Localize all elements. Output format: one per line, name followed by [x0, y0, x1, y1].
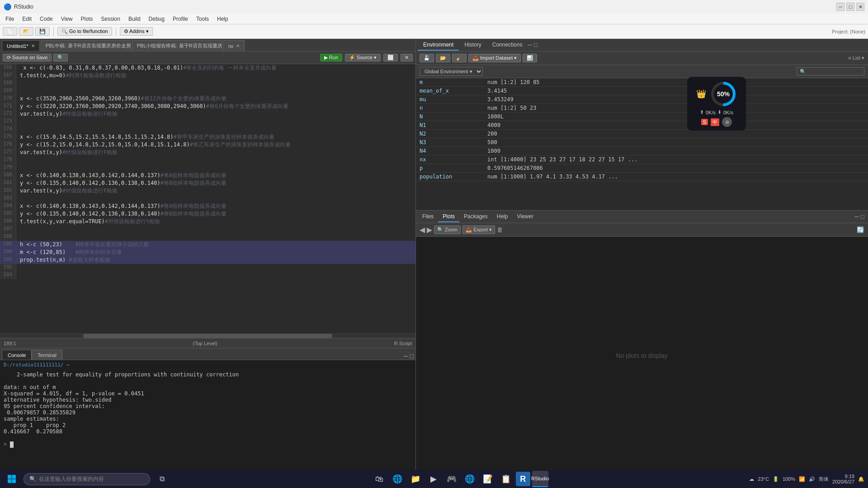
svg-rect-4: [8, 479, 12, 483]
global-env-selector[interactable]: Global Environment ▾: [420, 67, 483, 76]
taskbar-ie-icon[interactable]: 🌐: [462, 471, 478, 487]
taskbar-note-icon[interactable]: 📋: [498, 471, 514, 487]
editor-close-button[interactable]: ✕: [401, 54, 413, 61]
env-minimize-button[interactable]: ─: [528, 42, 532, 48]
editor-toolbar: ⟳ Source on Save 🔍 ▶ Run ⚡ Source ▾ ⬜ ✕: [0, 52, 415, 64]
menu-tools[interactable]: Tools: [193, 15, 212, 23]
menu-debug[interactable]: Debug: [145, 15, 168, 23]
start-button[interactable]: [4, 471, 20, 487]
menu-profile[interactable]: Profile: [169, 15, 192, 23]
tab-console[interactable]: Console: [2, 350, 32, 360]
editor-scrollbar[interactable]: [0, 333, 415, 338]
files-minimize-button[interactable]: ─: [854, 213, 859, 220]
tab-label: PBL小组报告终稿: 基于R语言实现重庆...: [137, 42, 222, 49]
maximize-button[interactable]: □: [846, 3, 854, 11]
tab-environment[interactable]: Environment: [418, 40, 459, 51]
console-line-data: data: n out of m: [4, 384, 412, 390]
menu-file[interactable]: File: [2, 15, 18, 23]
console-tabs-left: Console Terminal: [2, 350, 62, 360]
taskbar-search[interactable]: 🔍 在这里输入你要搜索的内容: [24, 473, 150, 485]
code-line-173: 173: [0, 118, 415, 126]
console-maximize-button[interactable]: □: [410, 352, 414, 360]
env-selector-row: Global Environment ▾: [416, 65, 868, 78]
temperature: 23°C: [758, 476, 769, 482]
menu-build[interactable]: Build: [125, 15, 144, 23]
tab-plots[interactable]: Plots: [438, 211, 459, 222]
open-file-button[interactable]: 📂: [19, 27, 33, 36]
save-button[interactable]: 💾: [35, 27, 50, 36]
tab-close-icon[interactable]: ✕: [236, 43, 240, 48]
window-controls[interactable]: ─ □ ✕: [836, 3, 864, 11]
console-body[interactable]: D:/rstudio111111111/ → 2-sample test for…: [0, 360, 415, 474]
upload-speed: 0K/s: [706, 110, 716, 115]
s-badge[interactable]: S: [701, 119, 708, 125]
editor-toolbar-right: ▶ Run ⚡ Source ▾ ⬜ ✕: [320, 54, 413, 61]
taskbar-folder-icon[interactable]: 📁: [407, 471, 424, 487]
tab-untitled1[interactable]: Untitled1* ✕: [2, 40, 40, 51]
tab-viewer[interactable]: Viewer: [512, 211, 538, 222]
zh-badge[interactable]: 中: [711, 118, 719, 126]
tab-pbl2[interactable]: PBL小组报告终稿: 基于R语言实现重庆... ✕: [132, 40, 222, 51]
tab-close-icon[interactable]: ✕: [31, 43, 35, 48]
taskbar-store-icon[interactable]: 🛍: [371, 471, 387, 487]
env-save-button[interactable]: 💾: [420, 54, 434, 62]
close-button[interactable]: ✕: [856, 3, 864, 11]
tab-connections[interactable]: Connections: [487, 40, 528, 51]
menu-view[interactable]: View: [57, 15, 76, 23]
code-line-181: 181 y <- c(0.135,0.140,0.142,0.136,0.138…: [0, 179, 415, 187]
taskbar-word-icon[interactable]: 📝: [480, 471, 496, 487]
import-dataset-button[interactable]: 📥 Import Dataset ▾: [468, 54, 521, 62]
code-line-190: 190 m <-c (120,85) #两样本的样本容量: [0, 249, 415, 256]
menu-help[interactable]: Help: [213, 15, 232, 23]
editor-maximize-button[interactable]: ⬜: [383, 54, 398, 61]
refresh-button[interactable]: 🔄: [857, 226, 864, 233]
addins-button[interactable]: ⚙ Addins ▾: [120, 27, 153, 36]
tab-history[interactable]: History: [459, 40, 486, 51]
env-load-button[interactable]: 📂: [436, 54, 450, 62]
tab-nx[interactable]: nx ✕: [223, 40, 245, 51]
tab-help[interactable]: Help: [492, 211, 513, 222]
taskbar-rstudio-active[interactable]: RStudio: [532, 471, 548, 487]
new-file-button[interactable]: 📄: [3, 27, 17, 36]
code-editor[interactable]: 166 x <- c(-0.03, 0.31,0.8,0.37,0.00,0.0…: [0, 64, 415, 333]
task-view-button[interactable]: ⧉: [154, 471, 170, 487]
menu-plots[interactable]: Plots: [77, 15, 97, 23]
menu-code[interactable]: Code: [36, 15, 57, 23]
source-on-save-button[interactable]: ⟳ Source on Save: [3, 54, 52, 61]
go-to-file-button[interactable]: 🔍 Go to file/function: [57, 27, 112, 36]
tab-terminal[interactable]: Terminal: [32, 350, 62, 360]
notification-icon[interactable]: 🔔: [858, 476, 864, 482]
tab-packages[interactable]: Packages: [459, 211, 492, 222]
minimize-button[interactable]: ─: [836, 3, 844, 11]
source-button[interactable]: ⚡ Source ▾: [345, 54, 381, 61]
menu-edit[interactable]: Edit: [19, 15, 35, 23]
editor-search-button[interactable]: 🔍: [53, 54, 68, 61]
code-line-175: 175 x <- c(15.0,14.5,15.2,15.5,14.8,15.1…: [0, 133, 415, 141]
export-button[interactable]: 📤 Export ▾: [462, 225, 495, 234]
tab-files[interactable]: Files: [418, 211, 438, 222]
env-maximize-button[interactable]: □: [534, 42, 538, 48]
settings-icon[interactable]: ⚙: [722, 117, 732, 127]
remove-plot-button[interactable]: 🗑: [497, 225, 503, 234]
files-maximize-button[interactable]: □: [861, 213, 864, 220]
env-search-input[interactable]: [797, 67, 864, 75]
taskbar-r-icon[interactable]: R: [516, 472, 530, 486]
taskbar-media-icon[interactable]: ▶: [425, 471, 442, 487]
plots-prev-button[interactable]: ◀: [420, 225, 425, 234]
plots-next-button[interactable]: ▶: [427, 225, 432, 234]
menu-session[interactable]: Session: [97, 15, 124, 23]
taskbar-game-icon[interactable]: 🎮: [443, 471, 460, 487]
files-tab-bar: Files Plots Packages Help Viewer ─ □: [416, 211, 868, 223]
download-icon: ⬇: [717, 109, 722, 115]
tab-pbl1[interactable]: PBL中稿: 基于R语言实现重庆房价走势... ✕: [41, 40, 131, 51]
zoom-button[interactable]: 🔍 Zoom: [434, 225, 461, 234]
console-line-ci-val: 0.00679857 0.28535829: [4, 409, 412, 416]
run-button[interactable]: ▶ Run: [320, 54, 342, 61]
taskbar-edge-icon[interactable]: 🌐: [389, 471, 406, 487]
editor-tab-bar: Untitled1* ✕ PBL中稿: 基于R语言实现重庆房价走势... ✕ P…: [0, 39, 415, 52]
env-chart-button[interactable]: 📊: [523, 54, 537, 62]
console-minimize-button[interactable]: ─: [404, 352, 408, 360]
battery-level: 100%: [783, 476, 795, 482]
env-broom-button[interactable]: 🧹: [452, 54, 467, 62]
code-line-171: 171 y <- c(3220,3220,3760,3000,2920,3740…: [0, 103, 415, 110]
